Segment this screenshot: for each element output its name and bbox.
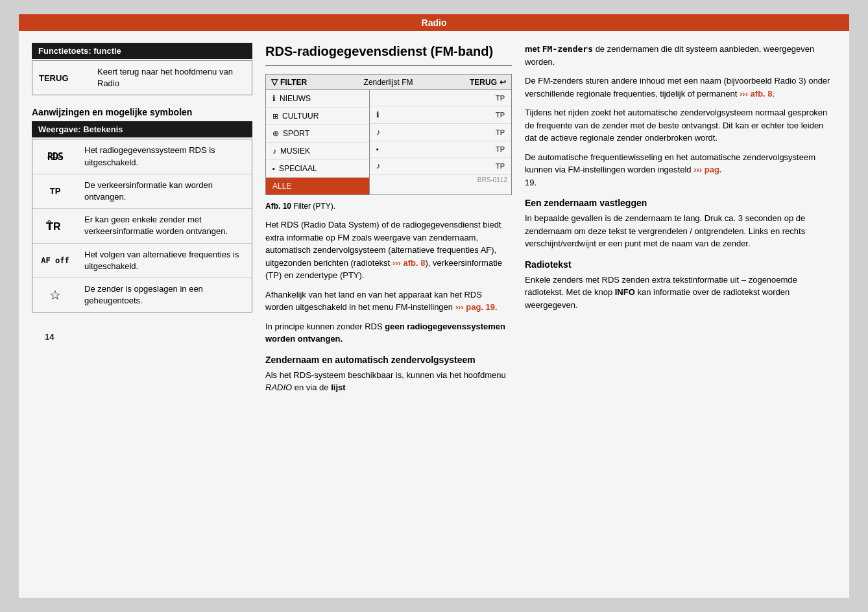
afoff-text: Het volgen van alternatieve frequenties … — [78, 244, 252, 277]
filter-right: TP ℹ TP ♪ TP ▪ TP — [370, 90, 511, 194]
tp-icon-cell: TP — [32, 181, 78, 201]
symbol-row-rqs: RDS Het radiogegevenssysteem RDS is uitg… — [32, 139, 252, 174]
rqs-icon-cell: RDS — [32, 146, 78, 168]
filter-right-row-3: ▪ TP — [370, 141, 511, 158]
filter-item-musiek[interactable]: ♪ MUSIEK — [266, 143, 369, 160]
filter-item-alle[interactable]: ALLE — [266, 178, 369, 194]
star-text: De zender is opgeslagen in een geheugent… — [78, 278, 252, 312]
right-para-4: De automatische frequentiewisseling en h… — [525, 151, 836, 189]
met-fm-bold: met FM-zenders — [525, 44, 593, 54]
rqs-text: Het radiogegevenssysteem RDS is uitgesch… — [78, 139, 252, 173]
tr-text: Er kan geen enkele zender met verkeersin… — [78, 209, 252, 242]
tr-symbol: T̂R — [46, 218, 64, 233]
middle-column: RDS-radiogegevensdienst (FM-band) ▽ FILT… — [265, 43, 512, 586]
tr-icon-cell: T̂R — [32, 213, 78, 238]
filter-item-nieuws[interactable]: ℹ NIEUWS — [266, 90, 369, 108]
speciaal-icon: ▪ — [272, 165, 275, 172]
page-num-area: 14 — [32, 312, 252, 342]
rqs-symbol: RDS — [47, 151, 63, 163]
filter-ui-box: ▽ FILTER Zenderlijst FM TERUG ↩ ℹ NIEU — [265, 74, 512, 195]
right-column: met FM-zenders de zendernamen die dit sy… — [525, 43, 836, 586]
weergave-header: Weergave: Betekenis — [32, 121, 252, 137]
filter-right-row-4: ♪ TP — [370, 158, 511, 175]
table-row: TERUG Keert terug naar het hoofdmenu van… — [32, 61, 252, 95]
section-zendernaam: Een zendernaam vastleggen — [525, 198, 836, 208]
filter-item-cultuur[interactable]: ⊞ CULTUUR — [266, 108, 369, 125]
page-content: Functietoets: functie TERUG Keert terug … — [19, 31, 849, 598]
filter-list: ℹ NIEUWS ⊞ CULTUUR ⊕ SPORT — [266, 90, 370, 194]
filter-item-speciaal[interactable]: ▪ SPECIAAL — [266, 160, 369, 178]
filter-topbar-right: TERUG ↩ — [470, 78, 506, 87]
symbol-row-tp: TP De verkeersinformatie kan worden ontv… — [32, 174, 252, 209]
symbol-row-afoff: AF off Het volgen van alternatieve frequ… — [32, 244, 252, 278]
symbol-table: RDS Het radiogegevenssysteem RDS is uitg… — [32, 139, 252, 312]
rds-title: RDS-radiogegevensdienst (FM-band) — [265, 43, 512, 66]
tp-symbol: TP — [50, 186, 61, 196]
right-para-3: Tijdens het rijden zoekt het automatisch… — [525, 106, 836, 145]
nieuws-label: NIEUWS — [280, 94, 311, 103]
filter-right-row-0: TP — [370, 90, 511, 106]
nieuws-icon: ℹ — [272, 94, 276, 103]
sport-icon: ⊕ — [272, 129, 279, 138]
brs-code: BRS-0112 — [370, 175, 511, 185]
tp-badge-0: TP — [496, 94, 505, 102]
page-container: Radio Functietoets: functie TERUG Keert … — [19, 14, 849, 598]
functietoets-header: Functietoets: functie — [32, 43, 252, 59]
page-header: Radio — [19, 14, 849, 31]
info-icon-1: ℹ — [376, 110, 380, 119]
music-icon-2: ♪ — [376, 128, 380, 137]
musiek-icon: ♪ — [272, 147, 276, 156]
ref-pag19-right: ››› pag. — [693, 165, 721, 174]
section-radiotekst: Radiotekst — [525, 259, 836, 270]
terug-icon: ↩ — [500, 78, 506, 87]
filter-topbar-left: ▽ FILTER — [271, 77, 307, 87]
filter-label: FILTER — [280, 78, 307, 87]
page-number: 14 — [32, 327, 67, 347]
symbol-row-star: ☆ De zender is opgeslagen in een geheuge… — [32, 278, 252, 312]
musiek-label: MUSIEK — [280, 147, 310, 156]
fig-caption-bold: Afb. 10 — [265, 202, 291, 211]
mid-para-4: Als het RDS-systeem beschikbaar is, kunn… — [265, 369, 512, 394]
right-para-5: In bepaalde gevallen is de zendernaam te… — [525, 212, 836, 250]
mid-para-2: Afhankelijk van het land en van het appa… — [265, 288, 512, 314]
mid-section-title: Zendernaam en automatisch zendervolgsyst… — [265, 355, 512, 365]
page-title: Radio — [422, 18, 447, 28]
aanwijzingen-title: Aanwijzingen en mogelijke symbolen — [32, 107, 252, 117]
filter-body: ℹ NIEUWS ⊞ CULTUUR ⊕ SPORT — [266, 90, 511, 194]
info-bold: INFO — [615, 287, 635, 297]
star-icon-cell: ☆ — [32, 282, 78, 308]
tp-badge-3: TP — [496, 145, 505, 153]
alle-label: ALLE — [272, 182, 291, 191]
ref-afb8-mid: ››› afb. 8 — [392, 258, 426, 268]
mid-para-3: In principe kunnen zonder RDS geen radio… — [265, 320, 512, 346]
ref-afb8-right: ››› afb. 8 — [740, 89, 773, 99]
key-terug: TERUG — [32, 61, 91, 95]
tp-badge-2: TP — [496, 128, 505, 136]
fig-caption: Afb. 10 Filter (PTY). — [265, 202, 512, 211]
functietoets-table: TERUG Keert terug naar het hoofdmenu van… — [32, 60, 252, 95]
tr-svg: T̂R — [46, 218, 64, 233]
cultuur-label: CULTUUR — [282, 112, 319, 121]
filter-topbar: ▽ FILTER Zenderlijst FM TERUG ↩ — [266, 75, 511, 90]
bold-geen: geen radiogegevenssystemen worden ontvan… — [265, 322, 505, 344]
val-terug: Keert terug naar het hoofdmenu van Radio — [91, 61, 252, 95]
tp-badge-4: TP — [496, 162, 505, 170]
tp-badge-1: TP — [496, 111, 505, 119]
filter-topbar-mid: Zenderlijst FM — [312, 78, 464, 87]
sport-label: SPORT — [283, 129, 309, 138]
ref-pag19-mid: ››› pag. 19 — [455, 302, 495, 312]
svg-text:T̂R: T̂R — [46, 220, 61, 232]
star-symbol: ☆ — [49, 287, 61, 303]
af-off-symbol: AF off — [41, 256, 69, 265]
fig-caption-text: Filter (PTY). — [291, 202, 335, 211]
speciaal-label: SPECIAAL — [279, 164, 317, 173]
left-column: Functietoets: functie TERUG Keert terug … — [32, 43, 252, 586]
mid-para-1: Het RDS (Radio Data System) of de radiog… — [265, 218, 512, 282]
music-icon-4: ♪ — [376, 161, 380, 171]
filter-right-row-2: ♪ TP — [370, 124, 511, 141]
filter-item-sport[interactable]: ⊕ SPORT — [266, 125, 369, 143]
right-para-6: Enkele zenders met RDS zenden extra teks… — [525, 274, 836, 312]
lijst-bold: lijst — [331, 383, 345, 392]
cultuur-icon: ⊞ — [272, 112, 278, 121]
special-icon-3: ▪ — [376, 145, 379, 153]
